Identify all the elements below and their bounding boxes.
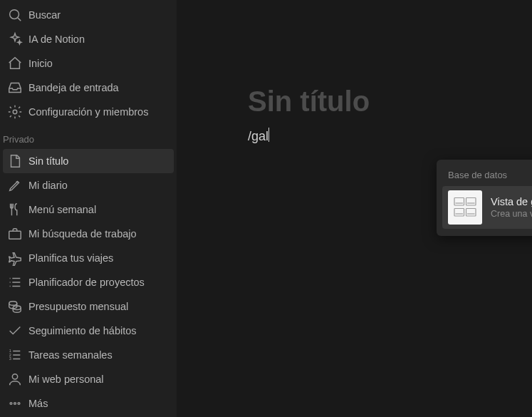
svg-point-2 [13,110,17,114]
search-icon [7,7,23,23]
sidebar-page-label: Menú semanal [28,204,96,215]
sidebar-page-label: Sin título [28,155,68,167]
sidebar-page-label: Planifica tus viajes [28,252,113,264]
utensils-icon [7,202,23,217]
sidebar-page-label: Tareas semanales [28,349,113,361]
sidebar-section-private: Privado [0,124,177,149]
svg-rect-24 [454,209,464,217]
sidebar: Buscar IA de Notion Inicio Bandeja de en… [0,0,177,417]
check-icon [7,323,23,339]
sidebar-page-travel[interactable]: Planifica tus viajes [0,246,177,270]
svg-rect-23 [466,198,476,206]
svg-point-20 [14,403,16,405]
sidebar-page-budget[interactable]: Presupuesto mensual [0,294,177,319]
sidebar-page-untitled[interactable]: Sin título [3,149,174,173]
slash-menu-item-desc: Crea una vista de galería de la base de … [491,209,532,219]
main-area: Sin título /gal Base de datos [177,0,532,417]
more-icon [7,396,23,411]
svg-point-10 [9,302,17,306]
sidebar-search-label: Buscar [28,9,61,21]
slash-menu-section: Base de datos [437,165,532,186]
sidebar-page-more[interactable]: Más [0,391,177,416]
svg-text:3: 3 [9,356,11,361]
svg-rect-22 [454,198,464,206]
list-icon [7,274,23,290]
sidebar-page-label: Mi diario [28,180,68,191]
slash-input-text: /gal [248,129,268,143]
sidebar-page-label: Seguimiento de hábitos [28,325,137,336]
page-icon [7,153,23,169]
sidebar-home[interactable]: Inicio [0,51,177,76]
sparkle-icon [7,31,23,47]
sidebar-settings-label: Configuración y miembros [28,106,148,118]
slash-input[interactable]: /gal [248,128,269,144]
sidebar-home-label: Inicio [28,58,53,69]
sidebar-page-label: Mi web personal [28,374,104,385]
gallery-thumbnail-icon [448,190,482,225]
slash-menu-item-gallery[interactable]: Vista de galería Crea una vista de galer… [442,186,532,229]
inbox-icon [7,80,23,96]
coins-icon [7,299,23,314]
svg-rect-3 [9,231,21,239]
numbered-list-icon: 123 [7,347,23,363]
sidebar-inbox[interactable]: Bandeja de entrada [0,76,177,100]
home-icon [7,56,23,71]
svg-point-0 [10,10,19,19]
sidebar-page-habits[interactable]: Seguimiento de hábitos [0,319,177,343]
svg-point-18 [12,374,17,379]
sidebar-page-diary[interactable]: Mi diario [0,173,177,197]
sidebar-page-tasks[interactable]: 123 Tareas semanales [0,343,177,367]
sidebar-settings[interactable]: Configuración y miembros [0,100,177,124]
sidebar-ai-label: IA de Notion [28,34,85,45]
svg-rect-25 [466,209,476,217]
sidebar-inbox-label: Bandeja de entrada [28,82,119,93]
svg-point-21 [18,403,20,405]
sidebar-page-projects[interactable]: Planificador de proyectos [0,270,177,294]
svg-point-19 [10,403,12,405]
sidebar-search[interactable]: Buscar [0,3,177,27]
briefcase-icon [7,226,23,242]
sidebar-page-label: Más [28,398,48,409]
sidebar-page-label: Planificador de proyectos [28,277,145,288]
sidebar-page-web[interactable]: Mi web personal [0,367,177,391]
gear-icon [7,104,23,120]
sidebar-page-label: Presupuesto mensual [28,301,128,312]
slash-menu: Base de datos Vista de galería [437,160,532,236]
slash-menu-item-title: Vista de galería [491,196,532,207]
airplane-icon [7,250,23,266]
text-caret [268,128,269,142]
page-title[interactable]: Sin título [248,86,532,118]
pencil-icon [7,177,23,193]
sidebar-page-jobs[interactable]: Mi búsqueda de trabajo [0,222,177,246]
sidebar-page-label: Mi búsqueda de trabajo [28,228,137,240]
person-icon [7,371,23,387]
svg-line-1 [18,18,21,21]
sidebar-page-menu[interactable]: Menú semanal [0,197,177,222]
sidebar-ai[interactable]: IA de Notion [0,27,177,51]
